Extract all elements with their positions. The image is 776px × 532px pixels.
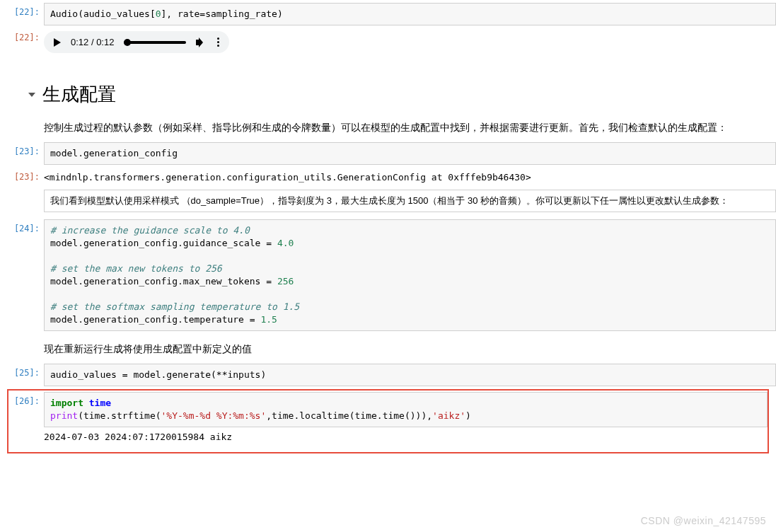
code-input[interactable]: import time print(time.strftime('%Y-%m-%… bbox=[44, 392, 768, 427]
markdown-cell: 我们看到模型默认使用采样模式 （do_sample=True），指导刻度为 3，… bbox=[0, 190, 776, 212]
paragraph: 现在重新运行生成将使用生成配置中新定义的值 bbox=[44, 341, 776, 357]
code-input[interactable]: # increase the guidance scale to 4.0 mod… bbox=[44, 219, 776, 331]
audio-menu-icon[interactable] bbox=[217, 37, 219, 47]
highlighted-cell: [26]: import time print(time.strftime('%… bbox=[7, 389, 769, 453]
code-input[interactable]: Audio(audio_values[0], rate=sampling_rat… bbox=[44, 3, 776, 25]
audio-track[interactable] bbox=[124, 41, 186, 44]
in-prompt: [23]: bbox=[0, 142, 44, 156]
output-text: 2024-07-03 2024:07:1720015984 aikz bbox=[44, 427, 768, 446]
in-prompt: [26]: bbox=[8, 392, 44, 406]
paragraph: 控制生成过程的默认参数（例如采样、指导比例和生成的令牌数量）可以在模型的生成配置… bbox=[44, 120, 776, 135]
code-cell: [24]: # increase the guidance scale to 4… bbox=[0, 219, 776, 331]
code-cell: [22]: Audio(audio_values[0], rate=sampli… bbox=[0, 3, 776, 25]
code-cell: [23]: model.generation_config bbox=[0, 142, 776, 165]
output-cell: [23]: <mindnlp.transformers.generation.c… bbox=[0, 168, 776, 187]
markdown-section: 生成配置 控制生成过程的默认参数（例如采样、指导比例和生成的令牌数量）可以在模型… bbox=[0, 69, 776, 142]
output-text: <mindnlp.transformers.generation.configu… bbox=[44, 168, 776, 187]
markdown-section: 现在重新运行生成将使用生成配置中新定义的值 bbox=[0, 334, 776, 364]
code-input[interactable]: audio_values = model.generate(**inputs) bbox=[44, 364, 776, 386]
code-cell: [26]: import time print(time.strftime('%… bbox=[8, 392, 768, 446]
play-icon[interactable] bbox=[54, 38, 61, 47]
collapse-icon[interactable] bbox=[28, 93, 35, 97]
audio-player[interactable]: 0:12 / 0:12 bbox=[44, 31, 229, 53]
paragraph: 我们看到模型默认使用采样模式 （do_sample=True），指导刻度为 3，… bbox=[44, 190, 776, 212]
in-prompt: [22]: bbox=[0, 3, 44, 17]
output-cell: [22]: 0:12 / 0:12 bbox=[0, 28, 776, 66]
volume-icon[interactable] bbox=[196, 37, 207, 47]
out-prompt: [22]: bbox=[0, 28, 44, 42]
in-prompt: [25]: bbox=[0, 364, 44, 378]
audio-time: 0:12 / 0:12 bbox=[71, 37, 114, 47]
section-heading: 生成配置 bbox=[42, 80, 116, 110]
code-input[interactable]: model.generation_config bbox=[44, 142, 776, 165]
out-prompt: [23]: bbox=[0, 168, 44, 182]
in-prompt: [24]: bbox=[0, 219, 44, 233]
code-cell: [25]: audio_values = model.generate(**in… bbox=[0, 364, 776, 386]
